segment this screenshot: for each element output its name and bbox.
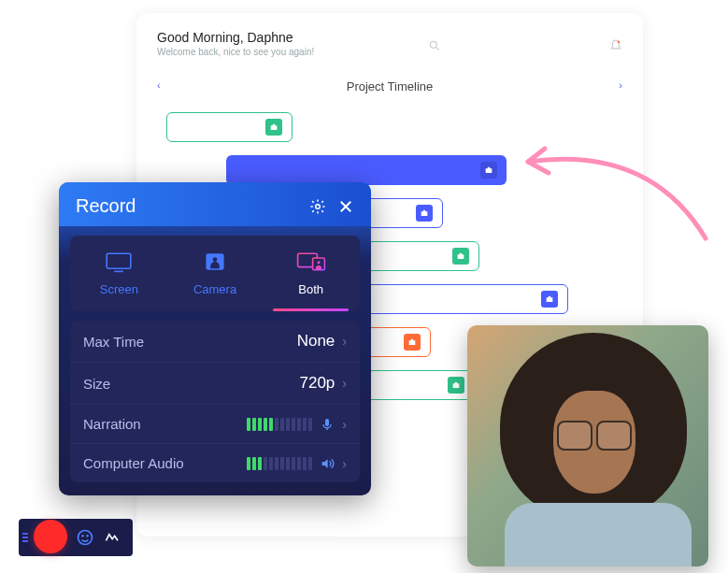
tab-camera-label: Camera [193, 282, 236, 296]
search-icon[interactable] [428, 39, 441, 52]
briefcase-icon [404, 334, 421, 351]
svg-point-12 [317, 261, 320, 264]
record-settings: Max Time None › Size 720p › Narration › [70, 321, 360, 482]
svg-point-14 [79, 531, 93, 545]
person-image [467, 325, 708, 566]
svg-point-0 [430, 41, 436, 48]
narration-level-meter [247, 418, 312, 431]
chevron-right-icon: › [342, 334, 347, 349]
webcam-toggle-icon[interactable] [75, 527, 95, 548]
briefcase-icon [480, 162, 497, 179]
briefcase-icon [416, 205, 433, 222]
max-time-label: Max Time [83, 334, 144, 350]
record-panel: Record Screen Camera Both Max Time [59, 182, 371, 495]
audio-level-meter [247, 457, 312, 470]
effects-icon[interactable] [103, 527, 123, 548]
chevron-right-icon: › [342, 376, 347, 391]
svg-rect-13 [325, 419, 329, 426]
svg-point-2 [618, 41, 620, 43]
row-narration[interactable]: Narration › [70, 405, 360, 444]
next-chevron-icon[interactable]: › [619, 79, 622, 91]
camera-preview [467, 325, 708, 566]
size-value: 720p [300, 374, 335, 393]
prev-chevron-icon[interactable]: ‹ [157, 79, 161, 91]
briefcase-icon [448, 377, 464, 394]
speaker-icon [320, 456, 335, 471]
mic-icon [320, 417, 335, 432]
tab-both-label: Both [298, 282, 323, 296]
svg-rect-6 [107, 253, 132, 268]
drag-handle-icon[interactable] [22, 533, 28, 542]
narration-label: Narration [83, 416, 141, 432]
svg-line-1 [436, 48, 439, 50]
record-title: Record [76, 195, 136, 217]
row-max-time[interactable]: Max Time None › [70, 321, 360, 363]
svg-point-15 [81, 535, 84, 537]
record-mode-tabs: Screen Camera Both [70, 236, 360, 311]
audio-label: Computer Audio [83, 455, 184, 471]
gear-icon[interactable] [309, 198, 326, 215]
svg-point-16 [86, 535, 89, 537]
section-title-label: Project Timeline [347, 79, 433, 93]
record-button[interactable] [34, 520, 67, 553]
briefcase-icon [541, 291, 558, 308]
chevron-right-icon: › [342, 456, 347, 471]
timeline-bar[interactable] [226, 155, 507, 185]
chevron-right-icon: › [342, 417, 347, 432]
size-label: Size [83, 376, 110, 392]
row-size[interactable]: Size 720p › [70, 363, 360, 405]
max-time-value: None [297, 332, 335, 351]
bell-icon[interactable] [609, 39, 622, 52]
briefcase-icon [452, 248, 469, 265]
close-icon[interactable] [337, 198, 354, 215]
svg-point-9 [213, 257, 218, 262]
record-header: Record [59, 182, 371, 226]
tab-camera[interactable]: Camera [170, 239, 261, 308]
tab-both[interactable]: Both [265, 239, 356, 308]
tab-screen-label: Screen [100, 282, 138, 296]
tab-screen[interactable]: Screen [74, 239, 164, 308]
svg-point-3 [316, 204, 321, 208]
row-computer-audio[interactable]: Computer Audio › [70, 444, 360, 482]
toolbar [19, 519, 133, 556]
timeline-bar[interactable] [166, 112, 293, 142]
briefcase-icon [265, 119, 282, 136]
section-title: ‹ Project Timeline › [157, 79, 622, 93]
